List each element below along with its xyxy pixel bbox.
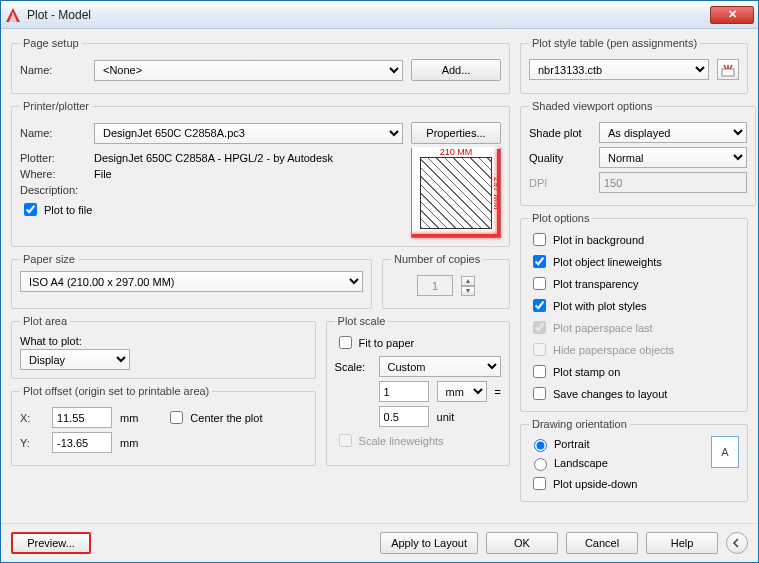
quality-select[interactable]: Normal xyxy=(599,147,747,168)
shaded-viewport-group: Shaded viewport options Shade plotAs dis… xyxy=(520,100,756,206)
dpi-input xyxy=(599,172,747,193)
copies-input xyxy=(417,275,453,296)
plot-scale-legend: Plot scale xyxy=(335,315,389,327)
scale-lineweights-checkbox: Scale lineweights xyxy=(335,431,444,450)
upside-down-checkbox[interactable]: Plot upside-down xyxy=(529,474,637,493)
plot-style-table-legend: Plot style table (pen assignments) xyxy=(529,37,700,49)
quality-label: Quality xyxy=(529,152,591,164)
printer-plotter-legend: Printer/plotter xyxy=(20,100,92,112)
plot-area-group: Plot area What to plot: Display xyxy=(11,315,316,379)
add-page-setup-button[interactable]: Add... xyxy=(411,59,501,81)
plot-offset-legend: Plot offset (origin set to printable are… xyxy=(20,385,212,397)
shaded-viewport-legend: Shaded viewport options xyxy=(529,100,655,112)
scale-select[interactable]: Custom xyxy=(379,356,501,377)
orientation-legend: Drawing orientation xyxy=(529,418,630,430)
pen-table-icon xyxy=(721,63,735,77)
copies-spinner: ▲▼ xyxy=(461,276,475,296)
fit-to-paper-checkbox[interactable]: Fit to paper xyxy=(335,333,415,352)
chevron-left-icon xyxy=(732,538,742,548)
plot-lineweights-checkbox[interactable]: Plot object lineweights xyxy=(529,252,739,271)
offset-x-input[interactable] xyxy=(52,407,112,428)
svg-rect-2 xyxy=(722,69,734,76)
center-plot-checkbox[interactable]: Center the plot xyxy=(166,408,262,427)
paper-preview: 210 MM 297 MM xyxy=(411,148,501,238)
plot-options-legend: Plot options xyxy=(529,212,592,224)
offset-x-label: X: xyxy=(20,412,44,424)
plot-with-styles-checkbox[interactable]: Plot with plot styles xyxy=(529,296,739,315)
page-setup-legend: Page setup xyxy=(20,37,82,49)
plot-scale-group: Plot scale Fit to paper Scale: Custom mm… xyxy=(326,315,510,466)
plotter-value: DesignJet 650C C2858A - HPGL/2 - by Auto… xyxy=(94,152,333,164)
copies-legend: Number of copies xyxy=(391,253,483,265)
page-setup-group: Page setup Name: <None> Add... xyxy=(11,37,510,94)
shade-plot-select[interactable]: As displayed xyxy=(599,122,747,143)
plot-options-group: Plot options Plot in background Plot obj… xyxy=(520,212,748,412)
plot-stamp-checkbox[interactable]: Plot stamp on xyxy=(529,362,739,381)
dpi-label: DPI xyxy=(529,177,591,189)
hide-paperspace-checkbox: Hide paperspace objects xyxy=(529,340,739,359)
page-setup-name-select[interactable]: <None> xyxy=(94,60,403,81)
paper-size-group: Paper size ISO A4 (210.00 x 297.00 MM) xyxy=(11,253,372,309)
portrait-radio[interactable]: Portrait xyxy=(529,436,637,452)
drawing-orientation-group: Drawing orientation Portrait Landscape P… xyxy=(520,418,748,502)
plot-style-select[interactable]: nbr13133.ctb xyxy=(529,59,709,80)
preview-button[interactable]: Preview... xyxy=(11,532,91,554)
scale-equals: = xyxy=(495,386,501,398)
scale-numerator-input[interactable] xyxy=(379,381,429,402)
plot-paperspace-last-checkbox: Plot paperspace last xyxy=(529,318,739,337)
offset-x-unit: mm xyxy=(120,412,138,424)
where-label: Where: xyxy=(20,168,86,180)
what-to-plot-label: What to plot: xyxy=(20,335,307,347)
plot-dialog: Plot - Model ✕ Page setup Name: <None> A… xyxy=(0,0,759,563)
paper-hatch xyxy=(420,157,492,229)
orientation-icon: A xyxy=(711,436,739,468)
paper-size-select[interactable]: ISO A4 (210.00 x 297.00 MM) xyxy=(20,271,363,292)
shade-plot-label: Shade plot xyxy=(529,127,591,139)
autocad-icon xyxy=(5,7,21,23)
scale-denominator-input[interactable] xyxy=(379,406,429,427)
plot-to-file-checkbox[interactable]: Plot to file xyxy=(20,200,92,219)
where-value: File xyxy=(94,168,112,180)
scale-unit-select[interactable]: mm xyxy=(437,381,487,402)
collapse-options-button[interactable] xyxy=(726,532,748,554)
edit-plot-style-button[interactable] xyxy=(717,59,739,80)
dialog-footer: Preview... Apply to Layout OK Cancel Hel… xyxy=(1,523,758,562)
cancel-button[interactable]: Cancel xyxy=(566,532,638,554)
scale-unit-label: unit xyxy=(437,411,455,423)
printer-name-select[interactable]: DesignJet 650C C2858A.pc3 xyxy=(94,123,403,144)
printer-plotter-group: Printer/plotter Name: DesignJet 650C C28… xyxy=(11,100,510,247)
ok-button[interactable]: OK xyxy=(486,532,558,554)
description-label: Description: xyxy=(20,184,86,196)
offset-y-label: Y: xyxy=(20,437,44,449)
number-of-copies-group: Number of copies ▲▼ xyxy=(382,253,510,309)
printer-properties-button[interactable]: Properties... xyxy=(411,122,501,144)
titlebar: Plot - Model ✕ xyxy=(1,1,758,29)
offset-y-input[interactable] xyxy=(52,432,112,453)
close-button[interactable]: ✕ xyxy=(710,6,754,24)
plot-transparency-checkbox[interactable]: Plot transparency xyxy=(529,274,739,293)
apply-to-layout-button[interactable]: Apply to Layout xyxy=(380,532,478,554)
close-icon: ✕ xyxy=(728,8,737,21)
plot-area-legend: Plot area xyxy=(20,315,70,327)
page-setup-name-label: Name: xyxy=(20,64,86,76)
what-to-plot-select[interactable]: Display xyxy=(20,349,130,370)
scale-label: Scale: xyxy=(335,361,371,373)
landscape-radio[interactable]: Landscape xyxy=(529,455,637,471)
offset-y-unit: mm xyxy=(120,437,138,449)
paper-width-label: 210 MM xyxy=(412,147,500,157)
plot-style-table-group: Plot style table (pen assignments) nbr13… xyxy=(520,37,748,94)
window-title: Plot - Model xyxy=(27,8,710,22)
plot-offset-group: Plot offset (origin set to printable are… xyxy=(11,385,316,466)
paper-size-legend: Paper size xyxy=(20,253,78,265)
help-button[interactable]: Help xyxy=(646,532,718,554)
plot-background-checkbox[interactable]: Plot in background xyxy=(529,230,739,249)
save-changes-checkbox[interactable]: Save changes to layout xyxy=(529,384,739,403)
printer-name-label: Name: xyxy=(20,127,86,139)
plotter-label: Plotter: xyxy=(20,152,86,164)
